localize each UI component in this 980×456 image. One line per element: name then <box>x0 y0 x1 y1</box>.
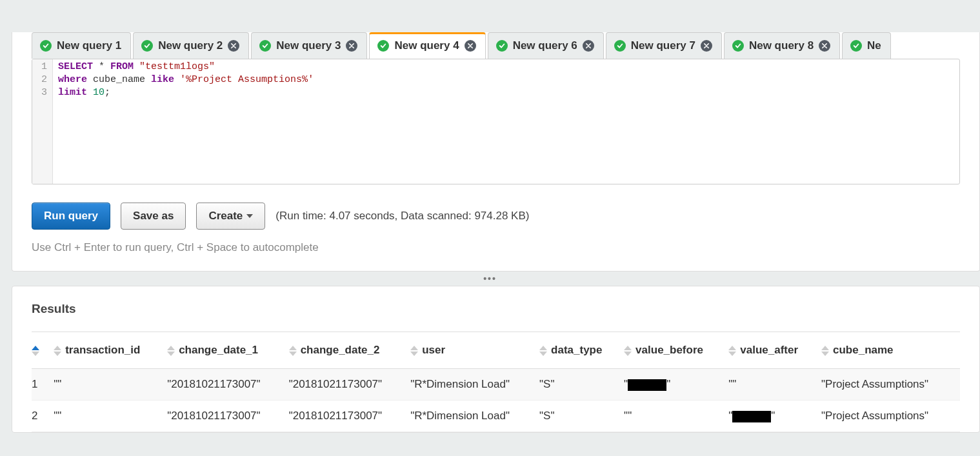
create-button[interactable]: Create <box>196 203 265 230</box>
run-info-text: (Run time: 4.07 seconds, Data scanned: 9… <box>275 210 529 223</box>
sort-icon[interactable] <box>289 346 297 356</box>
column-header[interactable]: transaction_id <box>54 332 167 369</box>
sort-icon[interactable] <box>167 346 175 356</box>
table-cell: "" <box>624 401 728 432</box>
query-tab-label: Ne <box>867 39 881 52</box>
status-ok-icon <box>496 40 508 52</box>
query-tab[interactable]: New query 4 <box>369 32 485 59</box>
query-tab[interactable]: New query 1 <box>32 32 131 59</box>
table-cell: "20181021173007" <box>289 369 410 401</box>
close-tab-icon[interactable] <box>583 40 594 52</box>
column-header-label: data_type <box>551 344 602 356</box>
query-tab[interactable]: New query 8 <box>724 32 840 59</box>
column-header[interactable]: data_type <box>539 332 624 369</box>
table-cell: "S" <box>539 401 624 432</box>
column-header[interactable] <box>32 332 54 369</box>
query-tab-label: New query 6 <box>513 39 577 52</box>
column-header-label: change_date_2 <box>301 344 380 356</box>
redacted-value <box>732 411 771 422</box>
sort-icon[interactable] <box>624 346 632 356</box>
editor-code[interactable]: SELECT * FROM "testtm1logs"where cube_na… <box>53 59 959 184</box>
redacted-value <box>628 379 666 391</box>
column-header[interactable]: value_after <box>728 332 821 369</box>
column-header-label: cube_name <box>833 344 894 356</box>
table-cell: "" <box>54 401 167 432</box>
table-cell: "20181021173007" <box>167 401 288 432</box>
query-tab-label: New query 4 <box>394 39 459 52</box>
query-tab[interactable]: New query 6 <box>488 32 604 59</box>
sql-editor[interactable]: 123 SELECT * FROM "testtm1logs"where cub… <box>32 59 960 184</box>
query-tab-label: New query 3 <box>276 39 341 52</box>
column-header[interactable]: change_date_1 <box>167 332 288 369</box>
column-header-label: value_after <box>740 344 798 356</box>
sort-icon[interactable] <box>32 346 39 356</box>
table-cell: 2 <box>32 401 54 432</box>
query-tab[interactable]: Ne <box>842 32 891 59</box>
column-header[interactable]: value_before <box>624 332 728 369</box>
status-ok-icon <box>850 40 862 52</box>
chevron-down-icon <box>246 214 253 218</box>
close-tab-icon[interactable] <box>701 40 712 52</box>
run-query-button[interactable]: Run query <box>32 203 110 230</box>
column-header-label: value_before <box>635 344 703 356</box>
query-tab[interactable]: New query 7 <box>606 32 722 59</box>
status-ok-icon <box>377 40 389 52</box>
column-header[interactable]: change_date_2 <box>289 332 410 369</box>
column-header-label: change_date_1 <box>179 344 258 356</box>
table-cell: "R*Dimension Load" <box>410 401 539 432</box>
status-ok-icon <box>614 40 626 52</box>
panel-splitter[interactable]: ••• <box>0 272 980 286</box>
table-cell: "" <box>728 401 821 432</box>
close-tab-icon[interactable] <box>228 40 239 52</box>
close-tab-icon[interactable] <box>819 40 830 52</box>
table-cell: "" <box>54 369 167 401</box>
table-cell: "Project Assumptions" <box>821 369 960 401</box>
close-tab-icon[interactable] <box>465 40 476 52</box>
editor-gutter: 123 <box>32 59 53 184</box>
table-cell: "" <box>728 369 821 401</box>
table-cell: "Project Assumptions" <box>821 401 960 432</box>
results-panel: Results transaction_idchange_date_1chang… <box>12 286 980 433</box>
query-tab-label: New query 7 <box>631 39 695 52</box>
sort-icon[interactable] <box>821 346 829 356</box>
table-cell: 1 <box>32 369 54 401</box>
sort-icon[interactable] <box>728 346 736 356</box>
create-button-label: Create <box>208 210 243 223</box>
close-tab-icon[interactable] <box>346 40 357 52</box>
column-header[interactable]: cube_name <box>821 332 960 369</box>
column-header-label: transaction_id <box>65 344 140 356</box>
query-tabs: New query 1New query 2New query 3New que… <box>12 32 979 59</box>
table-cell: "S" <box>539 369 624 401</box>
table-cell: "" <box>624 369 728 401</box>
query-tab-label: New query 8 <box>749 39 814 52</box>
query-tab-label: New query 1 <box>57 39 121 52</box>
status-ok-icon <box>40 40 52 52</box>
status-ok-icon <box>732 40 744 52</box>
save-as-button[interactable]: Save as <box>121 203 186 230</box>
table-row: 1"""20181021173007""20181021173007""R*Di… <box>32 369 960 401</box>
query-tab-label: New query 2 <box>158 39 223 52</box>
editor-controls: Run query Save as Create (Run time: 4.07… <box>12 184 979 236</box>
table-cell: "20181021173007" <box>167 369 288 401</box>
table-row: 2"""20181021173007""20181021173007""R*Di… <box>32 401 960 432</box>
sort-icon[interactable] <box>54 346 61 356</box>
table-cell: "20181021173007" <box>289 401 410 432</box>
query-tab[interactable]: New query 2 <box>133 32 249 59</box>
status-ok-icon <box>259 40 271 52</box>
query-tab[interactable]: New query 3 <box>251 32 367 59</box>
column-header[interactable]: user <box>410 332 539 369</box>
results-title: Results <box>32 302 960 332</box>
sort-icon[interactable] <box>410 346 418 356</box>
status-ok-icon <box>141 40 153 52</box>
query-editor-panel: New query 1New query 2New query 3New que… <box>12 32 980 272</box>
sort-icon[interactable] <box>539 346 547 356</box>
editor-hint: Use Ctrl + Enter to run query, Ctrl + Sp… <box>12 236 979 271</box>
results-header-row: transaction_idchange_date_1change_date_2… <box>32 332 960 369</box>
results-table: transaction_idchange_date_1change_date_2… <box>32 332 960 432</box>
table-cell: "R*Dimension Load" <box>410 369 539 401</box>
column-header-label: user <box>422 344 445 356</box>
